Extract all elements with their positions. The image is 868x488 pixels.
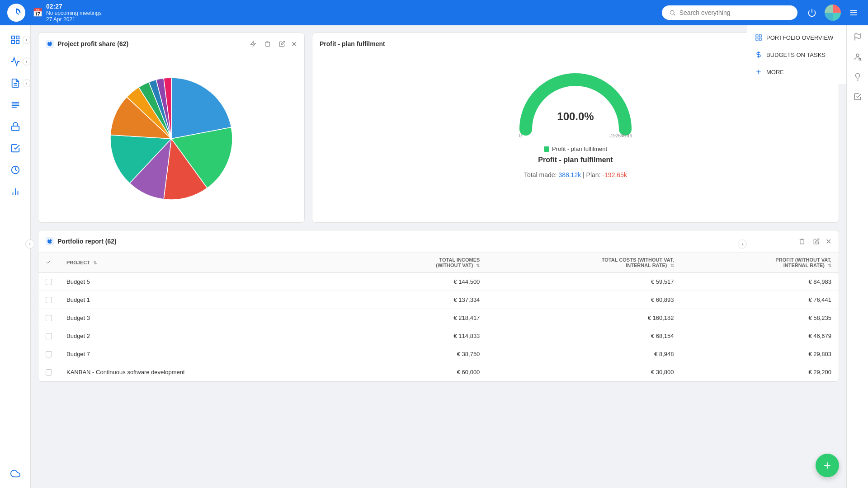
pie-close-button[interactable]: ✕ [291,40,297,48]
col-costs-label: TOTAL COSTS (WITHOUT VAT,INTERNAL RATE) [602,257,674,268]
row-profit: € 84,983 [681,273,839,291]
report-close-button[interactable]: ✕ [826,237,831,246]
search-box[interactable] [662,5,797,20]
col-profit-sort: ⇅ [828,263,831,268]
menu-button[interactable] [846,5,861,20]
svg-rect-7 [11,36,14,39]
sidebar-item-dashboard[interactable]: › [4,30,27,50]
row-profit: € 29,803 [681,345,839,363]
table-body: Budget 5 € 144,500 € 59,517 € 84,983 Bud… [38,273,839,381]
tasks-button[interactable] [849,89,866,105]
svg-rect-8 [16,36,19,39]
panel-item-more[interactable]: MORE [747,63,846,80]
svg-text:100.0%: 100.0% [557,110,594,122]
table-row: KANBAN - Continuous software development… [38,363,839,381]
search-icon [669,9,676,16]
plan-label: Plan: [586,171,601,178]
col-costs-sort: ⇅ [670,263,674,268]
report-card-actions: ✕ [797,236,831,247]
sidebar-item-security[interactable] [4,117,27,136]
pie-chart-title: Project profit share (62) [57,40,128,47]
gauge-legend: Profit - plan fulfilment [544,145,607,152]
report-card-header: Portfolio report (62) ✕ [38,230,839,253]
row-checkbox[interactable] [46,333,52,339]
row-checkbox[interactable] [46,279,52,285]
row-checkbox[interactable] [46,369,52,375]
gauge-subtitle: Profit - plan fulfilment [538,156,613,164]
flag-button[interactable] [849,29,866,45]
current-time: 02:27 [46,3,102,10]
sidebar-item-reports[interactable] [4,182,27,202]
row-total-costs: € 60,893 [487,291,681,309]
gauge-container: 100.0% 0 -192646.46 [512,66,639,138]
table-row: Budget 3 € 218,417 € 160,182 € 58,235 [38,309,839,327]
panel-item-budgets-on-tasks[interactable]: BUDGETS ON TASKS [747,46,846,63]
table-header: PROJECT ⇅ TOTAL INCOMES(WITHOUT VAT) ⇅ T… [38,253,839,273]
more-label: MORE [766,69,784,75]
pie-delete-button[interactable] [262,38,273,49]
report-edit-button[interactable] [811,236,822,247]
row-total-costs: € 59,517 [487,273,681,291]
svg-rect-22 [756,35,758,37]
row-total-incomes: € 38,750 [356,345,487,363]
table-row: Budget 5 € 144,500 € 59,517 € 84,983 [38,273,839,291]
budgets-on-tasks-label: BUDGETS ON TASKS [766,52,826,58]
sidebar-item-notes[interactable] [4,95,27,115]
row-project: Budget 3 [59,309,356,327]
app-logo[interactable] [7,4,25,22]
svg-rect-10 [16,41,19,43]
sidebar-expand-button[interactable]: › [25,239,34,249]
panel-item-portfolio-overview[interactable]: PORTFOLIO OVERVIEW [747,29,846,46]
dashboard-expand-icon: › [23,36,31,44]
panel-expand-button[interactable]: › [738,239,747,249]
add-button[interactable]: + [816,454,839,477]
search-input[interactable] [679,9,790,16]
pie-title-icon [46,40,54,48]
table-row: Budget 2 € 114,833 € 68,154 € 46,679 [38,327,839,345]
svg-rect-9 [11,41,14,43]
row-checkbox[interactable] [46,297,52,303]
row-profit: € 76,441 [681,291,839,309]
lightbulb-button[interactable] [849,69,866,85]
power-button[interactable] [805,5,819,20]
user-search-button[interactable] [849,49,866,65]
sidebar-item-checklist[interactable] [4,138,27,158]
col-project-label: PROJECT [66,260,90,265]
projects-expand-icon: › [23,57,31,66]
row-checkbox-cell [38,327,59,345]
total-made-value: 388.12k [558,171,581,178]
sidebar-item-cloud[interactable] [4,464,27,483]
plan-separator: | [583,171,586,178]
row-project: Budget 1 [59,291,356,309]
top-card-row: Project profit share (62) [38,33,839,223]
row-total-incomes: € 114,833 [356,327,487,345]
row-checkbox[interactable] [46,351,52,357]
report-title: Portfolio report (62) [57,238,117,245]
meeting-info: 📅 02:27 No upcoming meetings 27 Apr 2021 [33,3,102,23]
row-checkbox-cell [38,363,59,381]
row-total-incomes: € 144,500 [356,273,487,291]
report-delete-button[interactable] [797,236,807,247]
sidebar-item-tasks[interactable]: › [4,73,27,93]
sidebar-item-timer[interactable] [4,160,27,180]
col-check [38,253,59,273]
svg-point-30 [856,54,859,56]
row-profit: € 29,200 [681,363,839,381]
row-total-costs: € 68,154 [487,327,681,345]
svg-line-2 [674,14,675,15]
row-total-costs: € 30,800 [487,363,681,381]
row-total-incomes: € 137,334 [356,291,487,309]
portfolio-table: PROJECT ⇅ TOTAL INCOMES(WITHOUT VAT) ⇅ T… [38,253,839,381]
svg-rect-25 [759,38,761,40]
right-sidebar [846,25,868,488]
pie-chart-body [38,55,304,222]
col-project: PROJECT ⇅ [59,253,356,273]
row-checkbox[interactable] [46,315,52,321]
gauge-svg: 100.0% 0 -192646.46 [512,66,639,138]
pie-edit-button[interactable] [277,38,288,49]
svg-marker-35 [251,41,256,47]
row-total-costs: € 8,948 [487,345,681,363]
sidebar-item-projects[interactable]: › [4,52,27,71]
pie-bolt-button[interactable] [248,38,259,49]
user-avatar[interactable] [825,5,841,21]
